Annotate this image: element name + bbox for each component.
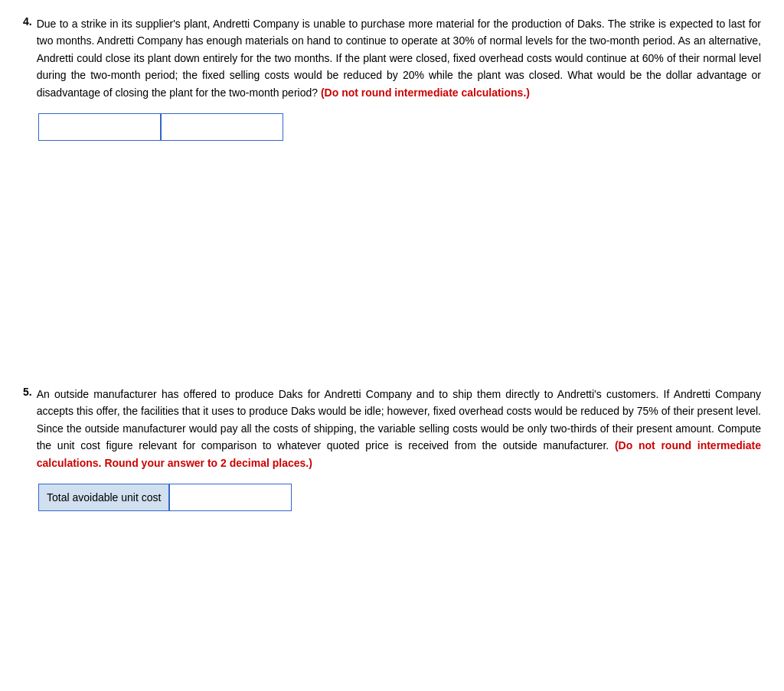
question-4-header: 4. Due to a strike in its supplier's pla… (23, 15, 761, 101)
question-5-input[interactable] (169, 484, 292, 511)
question-4-answer-area (38, 113, 761, 141)
question-5-header: 5. An outside manufacturer has offered t… (23, 386, 761, 471)
question-4-input-right[interactable] (161, 113, 283, 141)
question-5-answer-row: Total avoidable unit cost (38, 484, 761, 511)
question-5-label: Total avoidable unit cost (38, 484, 169, 511)
question-4-block: 4. Due to a strike in its supplier's pla… (23, 15, 761, 141)
question-4-highlight: (Do not round intermediate calculations.… (321, 86, 530, 99)
question-4-number: 4. (23, 15, 32, 28)
question-5-number: 5. (23, 386, 32, 398)
question-4-text: Due to a strike in its supplier's plant,… (37, 15, 761, 101)
question-5-block: 5. An outside manufacturer has offered t… (23, 386, 761, 511)
spacer (23, 171, 761, 370)
question-5-text: An outside manufacturer has offered to p… (37, 386, 761, 471)
question-4-input-left[interactable] (38, 113, 161, 141)
